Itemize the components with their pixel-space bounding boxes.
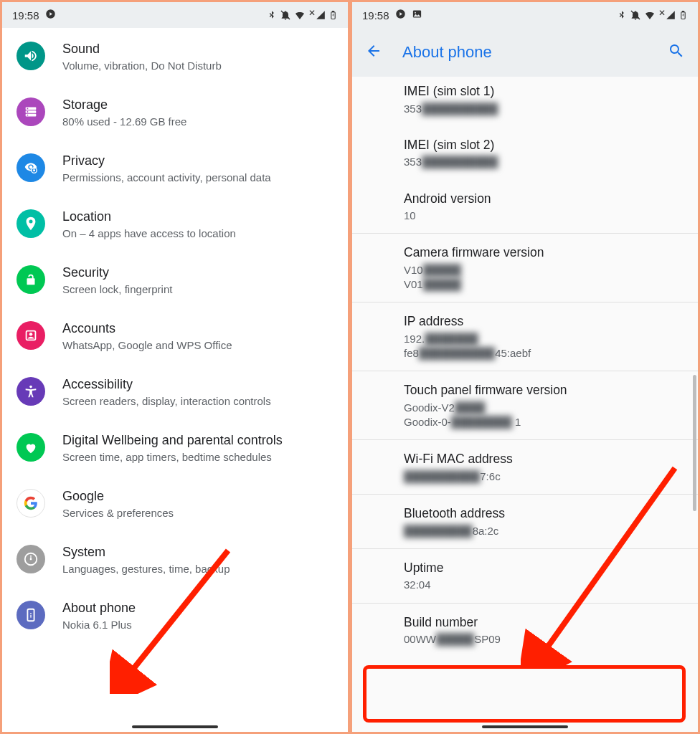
status-time: 19:58 [362,9,389,22]
svg-rect-27 [682,11,684,12]
info-title: Build number [404,614,698,631]
battery-icon [328,9,338,21]
about-phone-icon [16,601,45,629]
item-title: Storage [62,96,334,113]
system-icon [16,545,45,573]
item-subtitle: Nokia 6.1 Plus [62,618,334,632]
item-title: Accounts [62,320,334,337]
info-value: 32:04 [404,578,698,592]
settings-item-accounts[interactable]: Accounts WhatsApp, Google and WPS Office [2,308,348,363]
svg-point-8 [27,111,29,113]
svg-point-13 [29,333,33,336]
signal-icon [316,10,326,20]
info-value: ██████████7:6c [404,470,698,484]
svg-point-19 [30,613,32,614]
info-title: Uptime [404,559,698,577]
wifi-icon [294,9,306,21]
svg-rect-11 [33,170,35,171]
item-title: Google [62,487,334,505]
accounts-icon [16,321,45,350]
settings-item-google[interactable]: Google Services & preferences [2,475,348,531]
item-title: Security [62,264,334,281]
settings-item-storage[interactable]: Storage 80% used - 12.69 GB free [2,84,348,140]
search-button[interactable] [668,42,685,62]
bluetooth-icon [267,10,277,20]
info-title: Bluetooth address [404,505,698,523]
privacy-icon [16,153,45,182]
svg-point-24 [415,12,416,14]
item-title: Digital Wellbeing and parental controls [62,432,334,449]
nav-handle[interactable] [132,725,218,728]
arrow-back-icon [365,42,382,59]
status-right-icons: ✕ [267,9,338,21]
phone-left: 19:58 ✕ Sound Volume, vibration, Do Not … [2,2,348,732]
info-title: IMEI (sim slot 2) [404,136,698,154]
info-item-uptime[interactable]: Uptime 32:04 [352,549,698,604]
status-right-icons: ✕ [617,9,688,21]
sound-icon [16,42,45,70]
info-value: 353██████████ [404,155,698,169]
settings-item-accessibility[interactable]: Accessibility Screen readers, display, i… [2,363,348,419]
settings-item-system[interactable]: System Languages, gestures, time, backup [2,531,348,587]
settings-item-privacy[interactable]: Privacy Permissions, account activity, p… [2,140,348,196]
item-subtitle: Screen lock, fingerprint [62,282,334,297]
info-value: 10 [404,209,698,223]
settings-item-wellbeing[interactable]: Digital Wellbeing and parental controls … [2,419,348,475]
google-icon [16,489,45,518]
item-title: Sound [62,40,334,57]
search-icon [668,42,685,59]
status-bar: 19:58 ✕ [2,2,348,28]
item-title: System [62,543,334,561]
app-bar-title: About phone [402,43,492,62]
security-icon [16,265,45,294]
info-title: IMEI (sim slot 1) [404,82,698,100]
settings-item-location[interactable]: Location On – 4 apps have access to loca… [2,196,348,252]
info-item-ip-address[interactable]: IP address 192.███████fe8██████████45:ae… [352,302,698,371]
phone-right: 19:58 ✕ About phone IMEI (sim slot 1) [352,2,698,732]
image-icon [412,9,422,22]
info-value: █████████8a:2c [404,524,698,538]
svg-point-7 [27,108,29,110]
item-title: Privacy [62,152,334,169]
info-item-build-number[interactable]: Build number 00WW█████SP09 [352,604,698,657]
info-value: V10█████V01█████ [404,263,698,292]
item-title: About phone [62,599,334,616]
info-value: 353██████████ [404,102,698,116]
settings-list: Sound Volume, vibration, Do Not Disturb … [2,28,348,643]
annotation-highlight-build [363,665,686,723]
storage-icon [16,97,45,126]
info-item-wifi-mac[interactable]: Wi-Fi MAC address ██████████7:6c [352,440,698,495]
location-icon [16,209,45,238]
item-subtitle: 80% used - 12.69 GB free [62,115,334,129]
settings-item-sound[interactable]: Sound Volume, vibration, Do Not Disturb [2,28,348,84]
settings-item-security[interactable]: Security Screen lock, fingerprint [2,252,348,308]
info-item-imei1[interactable]: IMEI (sim slot 1) 353██████████ [352,77,698,126]
item-title: Accessibility [62,376,334,393]
play-icon [45,9,56,22]
item-title: Location [62,208,334,225]
back-button[interactable] [365,42,382,62]
info-title: Touch panel firmware version [404,381,698,399]
info-item-camera-firmware[interactable]: Camera firmware version V10█████V01█████ [352,234,698,302]
info-title: Android version [404,190,698,208]
info-item-touch-firmware[interactable]: Touch panel firmware version Goodix-V2██… [352,371,698,440]
info-item-imei2[interactable]: IMEI (sim slot 2) 353██████████ [352,126,698,180]
item-subtitle: Permissions, account activity, personal … [62,171,334,185]
app-bar: About phone [352,28,698,77]
item-subtitle: Volume, vibration, Do Not Disturb [62,59,334,73]
dnd-icon [280,9,291,21]
info-item-android-version[interactable]: Android version 10 [352,180,698,234]
scrollbar[interactable] [693,375,696,511]
info-value: 192.███████fe8██████████45:aebf [404,332,698,361]
status-time: 19:58 [12,9,39,22]
info-title: Wi-Fi MAC address [404,450,698,468]
info-item-bluetooth-address[interactable]: Bluetooth address █████████8a:2c [352,495,698,549]
info-title: IP address [404,313,698,330]
info-title: Camera firmware version [404,244,698,262]
nav-handle[interactable] [482,725,568,728]
item-subtitle: Languages, gestures, time, backup [62,562,334,576]
settings-item-about-phone[interactable]: About phone Nokia 6.1 Plus [2,587,348,643]
item-subtitle: Screen time, app timers, bedtime schedul… [62,450,334,464]
info-value: Goodix-V2████Goodix-0-████████ 1 [404,401,698,430]
item-subtitle: On – 4 apps have access to location [62,227,334,241]
